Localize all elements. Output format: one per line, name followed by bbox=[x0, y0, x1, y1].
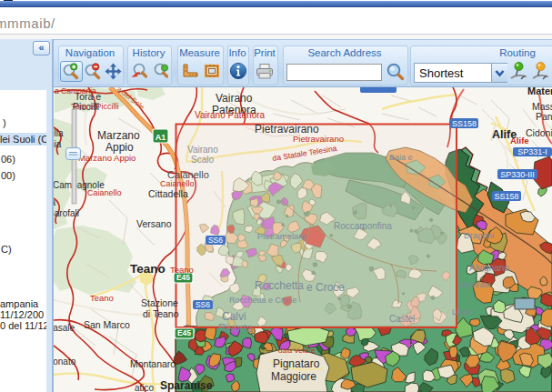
svg-text:Teano: Teano bbox=[130, 262, 166, 276]
svg-text:Liberi: Liberi bbox=[452, 307, 472, 317]
svg-text:A1: A1 bbox=[156, 133, 166, 142]
svg-text:Vairano Patenora: Vairano Patenora bbox=[195, 110, 266, 120]
svg-text:Sparanise: Sparanise bbox=[160, 379, 213, 392]
svg-text:a Campania: a Campania bbox=[55, 87, 96, 95]
svg-text:Cittadella: Cittadella bbox=[148, 188, 188, 199]
svg-text:SP331-I: SP331-I bbox=[517, 147, 547, 156]
svg-text:Baia e: Baia e bbox=[389, 153, 413, 162]
svg-text:Roccamonfina: Roccamonfina bbox=[334, 221, 392, 231]
svg-text:Rocchetta e Croce: Rocchetta e Croce bbox=[229, 296, 297, 305]
svg-text:Pignataro: Pignataro bbox=[273, 357, 320, 370]
svg-text:Donato: Donato bbox=[54, 357, 76, 367]
svg-text:atico: atico bbox=[135, 383, 155, 392]
svg-text:dala Vetere: dala Vetere bbox=[278, 347, 316, 355]
svg-text:Scalo: Scalo bbox=[191, 155, 214, 165]
svg-text:Appio: Appio bbox=[105, 141, 134, 154]
svg-text:Stazione: Stazione bbox=[141, 297, 178, 308]
svg-text:Pietramelara: Pietramelara bbox=[257, 231, 307, 241]
svg-text:SS6: SS6 bbox=[196, 300, 210, 309]
svg-text:Castel: Castel bbox=[389, 314, 415, 324]
svg-text:Alife: Alife bbox=[510, 136, 529, 146]
svg-text:SS6: SS6 bbox=[208, 236, 223, 245]
svg-text:San Marco: San Marco bbox=[84, 319, 130, 330]
svg-text:Marzano Appio: Marzano Appio bbox=[78, 153, 135, 163]
svg-text:SS158: SS158 bbox=[452, 119, 477, 128]
svg-text:Teano: Teano bbox=[170, 265, 194, 275]
svg-text:Marzano: Marzano bbox=[97, 129, 140, 142]
svg-text:Versano: Versano bbox=[136, 218, 172, 229]
svg-text:Mastrate: Mastrate bbox=[459, 280, 491, 289]
svg-text:Montanaro: Montanaro bbox=[130, 358, 176, 369]
svg-text:di Teano: di Teano bbox=[143, 308, 179, 319]
svg-text:Vairano: Vairano bbox=[216, 92, 253, 105]
svg-text:e Croce: e Croce bbox=[306, 281, 345, 294]
svg-text:Vairano: Vairano bbox=[187, 145, 218, 155]
svg-text:Pietravairano: Pietravairano bbox=[293, 134, 344, 144]
svg-text:Caianello: Caianello bbox=[160, 179, 195, 188]
svg-text:E45: E45 bbox=[177, 328, 191, 337]
svg-text:Cidonie: Cidonie bbox=[526, 127, 552, 138]
svg-text:Casale: Casale bbox=[54, 323, 75, 333]
svg-text:Calvi: Calvi bbox=[222, 310, 246, 323]
svg-text:Mater: Mater bbox=[527, 87, 552, 96]
svg-text:SS158: SS158 bbox=[494, 192, 518, 201]
svg-text:Rocchetta: Rocchetta bbox=[255, 279, 304, 292]
svg-text:Maggiore: Maggiore bbox=[271, 370, 316, 383]
svg-text:Risorta: Risorta bbox=[218, 322, 253, 335]
svg-text:Alvignano: Alvignano bbox=[469, 263, 509, 273]
svg-text:SP330-III: SP330-III bbox=[500, 170, 535, 179]
svg-text:nia: nia bbox=[54, 139, 62, 149]
svg-text:Panetel: Panetel bbox=[536, 111, 552, 122]
svg-text:Garofali: Garofali bbox=[54, 208, 79, 218]
svg-text:Teano: Teano bbox=[90, 293, 114, 303]
svg-text:Caianello: Caianello bbox=[87, 188, 122, 197]
svg-text:Dragoni: Dragoni bbox=[464, 230, 494, 240]
svg-text:Tora e Piccilli: Tora e Piccilli bbox=[71, 102, 119, 111]
svg-text:ella: ella bbox=[54, 128, 64, 138]
